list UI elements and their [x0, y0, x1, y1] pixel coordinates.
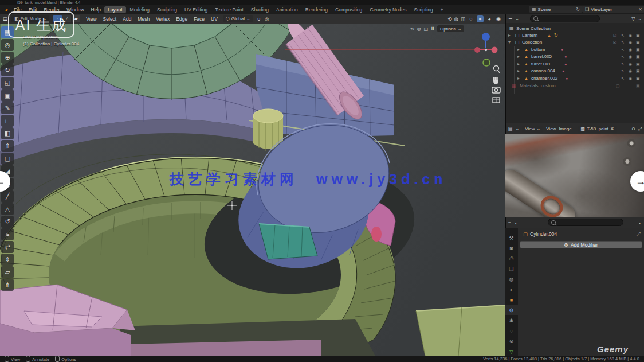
outliner-row-collection[interactable]: ▾ ▢ Collection ☑ ↖ ◉ ▣ [506, 39, 644, 46]
tab-object-data[interactable]: ▽ [505, 347, 518, 356]
expand-icon[interactable]: ▸ [517, 46, 520, 53]
tool-rotate[interactable]: ↻ [1, 64, 14, 76]
viewport-menu-select[interactable]: Select [102, 16, 118, 22]
image-menu-view[interactable]: View [546, 126, 556, 131]
tool-spin[interactable]: ↺ [1, 216, 14, 228]
outliner-row-object[interactable]: ▸ ▲ bottom ● ↖ ◉ ▣ [506, 46, 644, 53]
selectable-icon[interactable]: ↖ [621, 53, 625, 60]
gizmo-toggle-icon[interactable]: ⟲ [410, 26, 414, 32]
filter-icon[interactable]: ▽ [631, 16, 635, 21]
tab-render[interactable]: ◙ [505, 243, 518, 253]
tab-particles[interactable]: ✱ [505, 316, 518, 325]
image-mode-selector[interactable]: View ⌄ [522, 126, 543, 133]
workspace-tab-animation[interactable]: Animation [273, 6, 301, 13]
hide-viewport-icon[interactable]: ◉ [629, 75, 632, 82]
tab-modifiers[interactable]: ⚙ [505, 305, 518, 315]
shading-material-button[interactable]: ◕ [486, 15, 493, 22]
hide-viewport-icon[interactable]: ◉ [629, 53, 632, 60]
editor-image-icon[interactable]: ▤ [508, 126, 513, 131]
outliner-row-object[interactable]: ▸ ▲ barrel.005 ● ↖ ◉ ▣ [506, 53, 644, 60]
expand-panel-icon[interactable]: ⤢ [638, 126, 642, 132]
outliner-row-object[interactable]: ▸ ▲ chamber.002 ● ↖ ◉ ▣ [506, 75, 644, 82]
properties-search-input[interactable] [558, 220, 598, 225]
outliner-search-input[interactable] [540, 16, 580, 21]
add-modifier-button[interactable]: ⚙ Add Modifier [520, 241, 642, 248]
collapse-icon[interactable]: ▾ [508, 39, 511, 46]
workspace-tab-rendering[interactable]: Rendering [302, 6, 331, 13]
shading-wireframe-button[interactable]: ○ [468, 15, 474, 22]
expand-icon[interactable]: ▸ [517, 53, 520, 60]
viewport-menu-vertex[interactable]: Vertex [155, 16, 171, 22]
chevron-down-icon[interactable]: ⌄ [638, 16, 642, 21]
viewport-menu-mesh[interactable]: Mesh [136, 16, 151, 22]
properties-search[interactable] [548, 219, 623, 226]
workspace-tab-modeling[interactable]: Modeling [127, 6, 154, 13]
expand-panel-icon[interactable]: ⤢ [637, 231, 641, 238]
workspace-tab-scripting[interactable]: Scripting [411, 6, 437, 13]
expand-icon[interactable]: ▸ [517, 68, 520, 75]
tool-measure[interactable]: ∟ [1, 115, 14, 127]
tab-output[interactable]: ⎙ [505, 254, 518, 263]
show-gizmo-icon[interactable]: ⟲ [447, 16, 451, 22]
workspace-tab-compositing[interactable]: Compositing [332, 6, 366, 13]
shading-rendered-button[interactable]: ◉ [495, 15, 502, 22]
viewport-menu-edge[interactable]: Edge [175, 16, 189, 22]
tool-extrude-region[interactable]: ⇑ [1, 140, 14, 152]
scene-selector[interactable]: ▦ Scene ↻ [529, 6, 583, 13]
chevron-down-icon[interactable]: ⌄ [638, 220, 642, 225]
workspace-tab-geometry-nodes[interactable]: Geometry Nodes [366, 6, 410, 13]
menu-help[interactable]: Help [88, 7, 104, 13]
tool-transform[interactable]: ▣ [1, 89, 14, 102]
tool-smooth[interactable]: ≈ [1, 228, 14, 240]
xray-toggle-icon[interactable]: ◫ [461, 16, 465, 22]
editor-outliner-icon[interactable]: ☰ [508, 16, 512, 21]
workspace-tab-shading[interactable]: Shading [248, 6, 272, 13]
overlay-toggle-icon[interactable]: ◍ [417, 26, 421, 32]
selectable-icon[interactable]: ↖ [621, 61, 625, 68]
workspace-tab-sculpting[interactable]: Sculpting [154, 6, 180, 13]
show-overlays-icon[interactable]: ◍ [454, 16, 458, 22]
mesh-green-slab[interactable] [416, 305, 505, 356]
outliner-row-materials[interactable]: ▦ Materials_custom ▢ ▣ [506, 83, 644, 89]
selectable-icon[interactable]: ↖ [621, 46, 625, 53]
hide-viewport-icon[interactable]: ◉ [629, 61, 632, 68]
snap-magnet-icon[interactable]: ∪ [257, 16, 261, 22]
outliner-search[interactable] [530, 15, 600, 22]
tool-inset-faces[interactable]: ▢ [1, 153, 14, 165]
tool-annotate[interactable]: ✎ [1, 102, 14, 114]
new-scene-icon[interactable]: ↻ [576, 7, 580, 12]
texture-preview[interactable] [505, 134, 644, 217]
unlink-image-icon[interactable]: ✕ [610, 126, 614, 131]
workspace-tab-layout[interactable]: Layout [104, 6, 126, 13]
viewport-options-dropdown[interactable]: Options ⌄ [437, 25, 464, 32]
tab-scene[interactable]: ◍ [505, 274, 518, 284]
tool-cursor[interactable]: ◎ [1, 39, 14, 51]
tool-rip-region[interactable]: ⋔ [1, 279, 14, 291]
hide-render-icon[interactable]: ▣ [636, 75, 640, 82]
pin-icon[interactable]: ⊙ [631, 126, 635, 131]
view-layer-selector[interactable]: ❏ ViewLayer ✕ [582, 6, 644, 13]
selectable-icon[interactable]: ↖ [621, 68, 625, 75]
viewport-menu-view[interactable]: View [85, 16, 97, 22]
viewport-menu-uv[interactable]: UV [210, 16, 219, 22]
hide-render-icon[interactable]: ▣ [636, 61, 640, 68]
tab-tool[interactable]: ⚒ [505, 233, 518, 243]
hide-render-icon[interactable]: ▣ [636, 39, 640, 46]
add-workspace-button[interactable]: + [437, 6, 447, 13]
hide-render-icon[interactable]: ▣ [636, 46, 640, 53]
viewport-menu-face[interactable]: Face [193, 16, 206, 22]
exclude-checkbox[interactable]: ☑ [613, 39, 616, 46]
editor-type-3d-icon[interactable]: ⬓ [3, 16, 7, 22]
tool-shrink-fatten[interactable]: ⇕ [1, 254, 14, 266]
xray-toggle-icon[interactable]: ◫ [424, 26, 429, 32]
outliner-row-object[interactable]: ▸ ▲ cannon.004 ● ↖ ◉ ▣ [506, 68, 644, 75]
outliner-row-object[interactable]: ▸ ▲ turret.001 ● ↖ ◉ ▣ [506, 61, 644, 68]
remove-view-layer-icon[interactable]: ✕ [638, 7, 642, 12]
mesh-teal-piece[interactable] [259, 224, 317, 259]
expand-icon[interactable]: ▸ [508, 32, 511, 39]
hide-viewport-icon[interactable]: ◉ [629, 32, 632, 39]
tool-move[interactable]: ⊕ [1, 52, 14, 64]
tab-object[interactable]: ■ [505, 295, 518, 305]
tab-world[interactable]: ◐ [505, 285, 518, 294]
hide-render-icon[interactable]: ▣ [636, 32, 640, 39]
